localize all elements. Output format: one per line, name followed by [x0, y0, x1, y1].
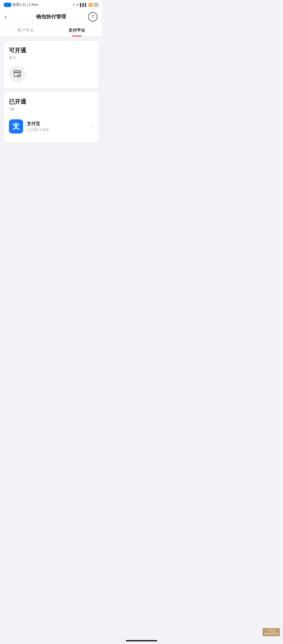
status-separator: |	[27, 3, 28, 7]
wifi-icon: 🛜	[88, 3, 92, 7]
back-button[interactable]: ‹	[5, 13, 14, 20]
signal-icon: ▌▌▌	[80, 3, 87, 7]
tab-merchant[interactable]: 商户平台	[0, 24, 51, 36]
tab-payment[interactable]: 支付平台	[51, 24, 102, 36]
alipay-info: 支付宝 已开通1个钱包	[27, 121, 90, 132]
status-time-speed: 凌晨1:31 | 2.5K/s	[13, 2, 39, 7]
status-left: 📍 凌晨1:31 | 2.5K/s	[4, 2, 39, 7]
available-card: 可开通 暂无	[4, 41, 99, 88]
battery-icon: 24	[94, 3, 99, 7]
enabled-subtitle: 1家	[9, 107, 93, 112]
alipay-name: 支付宝	[27, 121, 90, 127]
page-title: 钱包快付管理	[36, 13, 66, 20]
status-speed: 2.5K/s	[29, 3, 39, 7]
bluetooth-icon: ✳	[76, 3, 79, 7]
content-area: 可开通 暂无 已开通 1家 支	[0, 37, 102, 147]
status-time: 凌晨1:31	[13, 3, 26, 7]
available-icon-circle	[9, 65, 26, 82]
enabled-title: 已开通	[9, 98, 93, 106]
available-title: 可开通	[9, 47, 93, 54]
help-button[interactable]: ?	[88, 12, 97, 21]
location-icon: 📍	[6, 3, 9, 7]
nav-bar: ‹ 钱包快付管理 ?	[0, 9, 102, 24]
shop-icon	[13, 68, 22, 80]
status-bar: 📍 凌晨1:31 | 2.5K/s ↗ ✳ ▌▌▌ 🛜 24	[0, 0, 102, 9]
alipay-logo: 支	[9, 119, 23, 134]
send-icon: ↗	[72, 3, 75, 7]
location-pill: 📍	[4, 3, 12, 7]
alipay-item[interactable]: 支 支付宝 已开通1个钱包 ›	[9, 117, 93, 136]
alipay-desc: 已开通1个钱包	[27, 127, 90, 132]
status-right: ↗ ✳ ▌▌▌ 🛜 24	[72, 3, 99, 7]
tabs-bar: 商户平台 支付平台	[0, 24, 102, 37]
alipay-zhi-char: 支	[12, 121, 20, 131]
available-subtitle: 暂无	[9, 55, 93, 60]
enabled-card: 已开通 1家 支 支付宝 已开通1个钱包 ›	[4, 92, 99, 142]
chevron-right-icon: ›	[92, 124, 93, 129]
